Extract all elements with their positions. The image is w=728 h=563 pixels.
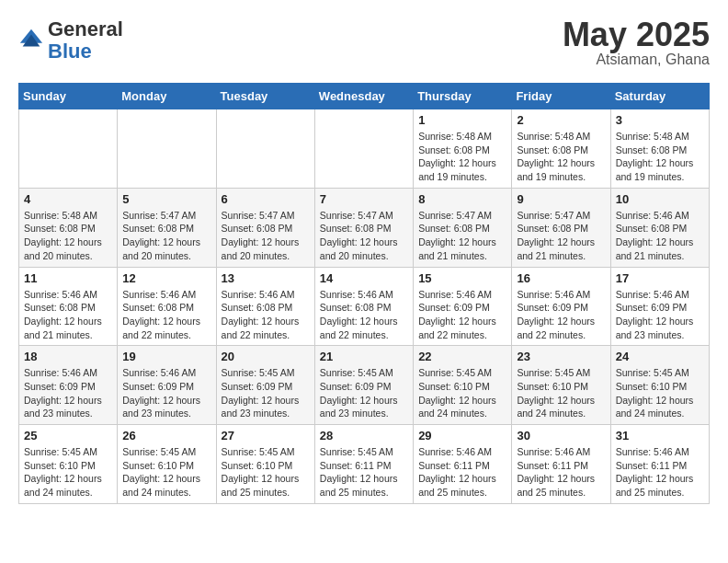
table-row: 19Sunrise: 5:46 AMSunset: 6:09 PMDayligh…: [118, 346, 216, 425]
cell-day-number: 10: [616, 192, 704, 206]
cell-day-number: 14: [320, 271, 408, 285]
cell-day-info: Sunrise: 5:46 AMSunset: 6:08 PMDaylight:…: [222, 288, 310, 342]
calendar-week-row: 1Sunrise: 5:48 AMSunset: 6:08 PMDaylight…: [19, 109, 710, 189]
cell-day-number: 8: [418, 192, 506, 206]
cell-day-number: 6: [222, 192, 310, 206]
cell-day-number: 1: [418, 113, 506, 127]
cell-day-info: Sunrise: 5:47 AMSunset: 6:08 PMDaylight:…: [517, 209, 605, 263]
calendar-week-row: 25Sunrise: 5:45 AMSunset: 6:10 PMDayligh…: [19, 425, 710, 504]
col-tuesday: Tuesday: [216, 84, 314, 109]
cell-day-number: 16: [517, 271, 605, 285]
cell-day-info: Sunrise: 5:46 AMSunset: 6:09 PMDaylight:…: [24, 366, 112, 420]
logo-general: General: [48, 17, 123, 40]
table-row: 5Sunrise: 5:47 AMSunset: 6:08 PMDaylight…: [118, 188, 216, 267]
cell-day-info: Sunrise: 5:47 AMSunset: 6:08 PMDaylight:…: [418, 209, 506, 263]
title-block: May 2025 Atsiaman, Ghana: [563, 18, 710, 68]
cell-day-info: Sunrise: 5:46 AMSunset: 6:09 PMDaylight:…: [616, 288, 704, 342]
table-row: [216, 109, 314, 189]
cell-day-info: Sunrise: 5:45 AMSunset: 6:10 PMDaylight:…: [418, 366, 506, 420]
cell-day-number: 9: [517, 192, 605, 206]
cell-day-info: Sunrise: 5:47 AMSunset: 6:08 PMDaylight:…: [122, 209, 210, 263]
table-row: 21Sunrise: 5:45 AMSunset: 6:09 PMDayligh…: [314, 346, 413, 425]
table-row: 4Sunrise: 5:48 AMSunset: 6:08 PMDaylight…: [19, 188, 118, 267]
cell-day-info: Sunrise: 5:45 AMSunset: 6:09 PMDaylight:…: [320, 366, 408, 420]
title-month: May 2025: [563, 18, 710, 52]
calendar-header-row: Sunday Monday Tuesday Wednesday Thursday…: [19, 84, 710, 109]
cell-day-number: 13: [222, 271, 310, 285]
cell-day-number: 3: [616, 113, 704, 127]
logo: General Blue: [18, 18, 123, 63]
cell-day-number: 12: [122, 271, 210, 285]
table-row: 24Sunrise: 5:45 AMSunset: 6:10 PMDayligh…: [610, 346, 709, 425]
table-row: 17Sunrise: 5:46 AMSunset: 6:09 PMDayligh…: [610, 267, 709, 346]
cell-day-number: 15: [418, 271, 506, 285]
cell-day-number: 22: [418, 350, 506, 363]
table-row: 16Sunrise: 5:46 AMSunset: 6:09 PMDayligh…: [512, 267, 610, 346]
calendar-week-row: 4Sunrise: 5:48 AMSunset: 6:08 PMDaylight…: [19, 188, 710, 267]
table-row: 27Sunrise: 5:45 AMSunset: 6:10 PMDayligh…: [216, 425, 314, 504]
cell-day-number: 2: [517, 113, 605, 127]
cell-day-number: 23: [517, 350, 605, 363]
cell-day-info: Sunrise: 5:45 AMSunset: 6:10 PMDaylight:…: [517, 366, 605, 420]
table-row: 13Sunrise: 5:46 AMSunset: 6:08 PMDayligh…: [216, 267, 314, 346]
cell-day-number: 31: [616, 429, 704, 442]
table-row: 25Sunrise: 5:45 AMSunset: 6:10 PMDayligh…: [19, 425, 118, 504]
cell-day-info: Sunrise: 5:48 AMSunset: 6:08 PMDaylight:…: [24, 209, 112, 263]
cell-day-number: 7: [320, 192, 408, 206]
cell-day-info: Sunrise: 5:45 AMSunset: 6:10 PMDaylight:…: [616, 366, 704, 420]
table-row: 31Sunrise: 5:46 AMSunset: 6:11 PMDayligh…: [610, 425, 709, 504]
table-row: 6Sunrise: 5:47 AMSunset: 6:08 PMDaylight…: [216, 188, 314, 267]
table-row: 20Sunrise: 5:45 AMSunset: 6:09 PMDayligh…: [216, 346, 314, 425]
table-row: 14Sunrise: 5:46 AMSunset: 6:08 PMDayligh…: [314, 267, 413, 346]
cell-day-number: 18: [24, 350, 112, 363]
cell-day-number: 28: [320, 429, 408, 442]
cell-day-number: 19: [122, 350, 210, 363]
col-saturday: Saturday: [610, 84, 709, 109]
cell-day-info: Sunrise: 5:45 AMSunset: 6:10 PMDaylight:…: [24, 445, 112, 500]
cell-day-number: 26: [122, 429, 210, 442]
cell-day-number: 11: [24, 271, 112, 285]
col-wednesday: Wednesday: [314, 84, 413, 109]
table-row: 11Sunrise: 5:46 AMSunset: 6:08 PMDayligh…: [19, 267, 118, 346]
table-row: 29Sunrise: 5:46 AMSunset: 6:11 PMDayligh…: [414, 425, 512, 504]
col-friday: Friday: [512, 84, 610, 109]
table-row: 12Sunrise: 5:46 AMSunset: 6:08 PMDayligh…: [118, 267, 216, 346]
cell-day-info: Sunrise: 5:46 AMSunset: 6:09 PMDaylight:…: [418, 288, 506, 342]
cell-day-number: 27: [222, 429, 310, 442]
cell-day-info: Sunrise: 5:47 AMSunset: 6:08 PMDaylight:…: [320, 209, 408, 263]
title-location: Atsiaman, Ghana: [563, 52, 710, 68]
cell-day-info: Sunrise: 5:46 AMSunset: 6:09 PMDaylight:…: [517, 288, 605, 342]
cell-day-info: Sunrise: 5:47 AMSunset: 6:08 PMDaylight:…: [222, 209, 310, 263]
table-row: [118, 109, 216, 189]
table-row: 30Sunrise: 5:46 AMSunset: 6:11 PMDayligh…: [512, 425, 610, 504]
cell-day-info: Sunrise: 5:45 AMSunset: 6:10 PMDaylight:…: [122, 445, 210, 500]
cell-day-number: 29: [418, 429, 506, 442]
table-row: 8Sunrise: 5:47 AMSunset: 6:08 PMDaylight…: [414, 188, 512, 267]
cell-day-info: Sunrise: 5:48 AMSunset: 6:08 PMDaylight:…: [517, 130, 605, 184]
cell-day-number: 25: [24, 429, 112, 442]
cell-day-info: Sunrise: 5:46 AMSunset: 6:08 PMDaylight:…: [122, 288, 210, 342]
cell-day-number: 21: [320, 350, 408, 363]
cell-day-info: Sunrise: 5:46 AMSunset: 6:08 PMDaylight:…: [616, 209, 704, 263]
cell-day-info: Sunrise: 5:48 AMSunset: 6:08 PMDaylight:…: [616, 130, 704, 184]
table-row: 23Sunrise: 5:45 AMSunset: 6:10 PMDayligh…: [512, 346, 610, 425]
table-row: 28Sunrise: 5:45 AMSunset: 6:11 PMDayligh…: [314, 425, 413, 504]
table-row: 10Sunrise: 5:46 AMSunset: 6:08 PMDayligh…: [610, 188, 709, 267]
cell-day-number: 30: [517, 429, 605, 442]
table-row: 1Sunrise: 5:48 AMSunset: 6:08 PMDaylight…: [414, 109, 512, 189]
cell-day-info: Sunrise: 5:48 AMSunset: 6:08 PMDaylight:…: [418, 130, 506, 184]
cell-day-info: Sunrise: 5:46 AMSunset: 6:11 PMDaylight:…: [517, 445, 605, 500]
col-sunday: Sunday: [19, 84, 118, 109]
table-row: 22Sunrise: 5:45 AMSunset: 6:10 PMDayligh…: [414, 346, 512, 425]
cell-day-info: Sunrise: 5:46 AMSunset: 6:08 PMDaylight:…: [24, 288, 112, 342]
table-row: 7Sunrise: 5:47 AMSunset: 6:08 PMDaylight…: [314, 188, 413, 267]
logo-icon: [18, 28, 44, 53]
cell-day-info: Sunrise: 5:45 AMSunset: 6:11 PMDaylight:…: [320, 445, 408, 500]
cell-day-info: Sunrise: 5:45 AMSunset: 6:09 PMDaylight:…: [222, 366, 310, 420]
table-row: 9Sunrise: 5:47 AMSunset: 6:08 PMDaylight…: [512, 188, 610, 267]
cell-day-number: 17: [616, 271, 704, 285]
table-row: 26Sunrise: 5:45 AMSunset: 6:10 PMDayligh…: [118, 425, 216, 504]
cell-day-info: Sunrise: 5:46 AMSunset: 6:08 PMDaylight:…: [320, 288, 408, 342]
logo-text: General Blue: [48, 18, 123, 63]
table-row: 2Sunrise: 5:48 AMSunset: 6:08 PMDaylight…: [512, 109, 610, 189]
